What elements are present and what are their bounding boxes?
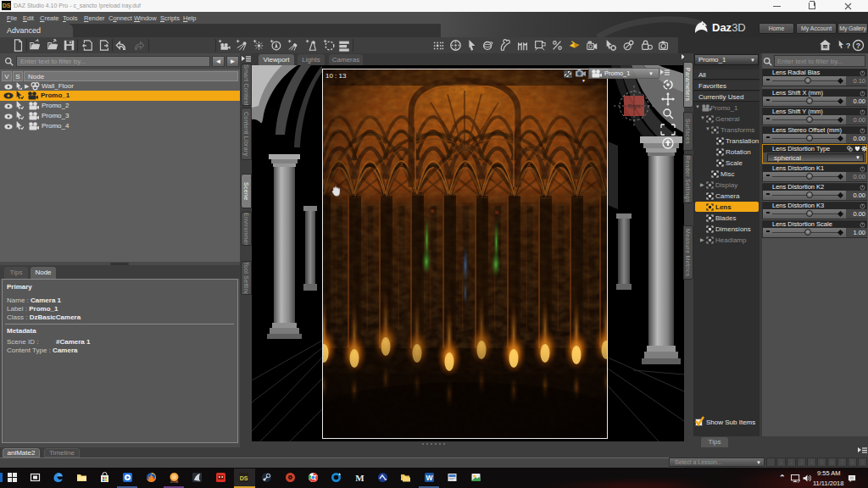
svg-text:ZOOM: ZOOM [170, 480, 178, 483]
svg-text:?: ? [856, 42, 860, 50]
svg-text:M: M [355, 473, 364, 483]
svg-text:Right: Right [627, 103, 640, 110]
svg-text:?: ? [846, 41, 850, 50]
svg-text:DS: DS [823, 45, 828, 49]
svg-text:DS: DS [240, 475, 248, 481]
svg-text:W: W [426, 474, 433, 482]
